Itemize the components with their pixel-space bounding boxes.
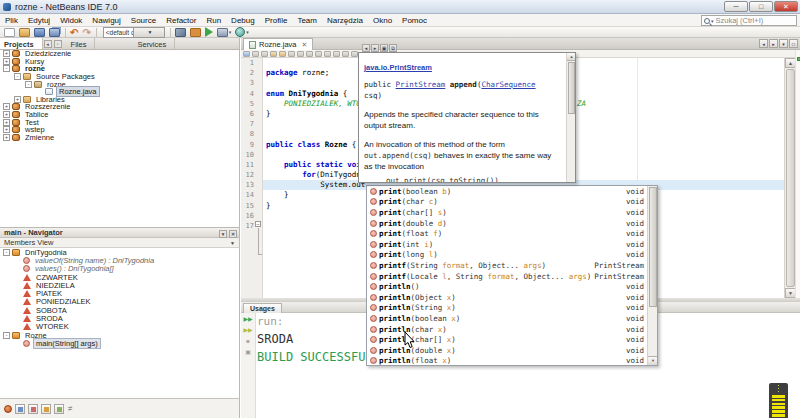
close-tab-icon[interactable]: ✕ [302,41,308,49]
navigator-options-icon[interactable] [4,405,12,413]
completion-item[interactable]: printf(String format, Object... args)Pri… [367,260,657,271]
redo-button[interactable]: ↷ [82,28,90,37]
tree-item[interactable]: -Source Packages [0,73,239,81]
completion-scrollbar[interactable]: ▼ [647,186,657,365]
menu-item-source[interactable]: Source [126,16,161,25]
save-button[interactable] [34,28,45,37]
type-link[interactable]: CharSequence [481,80,535,89]
tab-list-icon[interactable]: ▾ [779,39,788,48]
menu-item-run[interactable]: Run [201,16,226,25]
build-button[interactable] [175,28,186,37]
minimize-button[interactable]: ─ [724,1,748,12]
stop-icon[interactable]: ■ [244,337,253,346]
editor-tool-icon[interactable] [279,51,286,57]
scroll-right-icon[interactable]: ▸ [769,39,778,48]
editor-scrollbar[interactable]: ▲ ▼ [784,58,795,298]
forward-icon[interactable]: ▸ [371,44,379,52]
expand-icon[interactable]: + [3,111,10,118]
type-link[interactable]: PrintStream [396,80,446,89]
profile-button[interactable] [235,27,245,37]
scroll-up-icon[interactable]: ▲ [567,53,576,61]
rerun-icon[interactable]: ▶▶ [244,315,253,324]
tab-services[interactable]: Services [95,38,175,49]
chevron-down-icon[interactable]: ▾ [711,18,714,24]
rerun-alt-icon[interactable]: ▶▶ [244,326,253,335]
sort-alpha-button[interactable] [54,404,64,414]
save-all-button[interactable] [49,28,60,37]
expand-icon[interactable]: + [3,134,10,141]
new-file-button[interactable] [4,28,15,37]
expand-icon[interactable]: + [3,50,10,57]
fold-collapse-icon[interactable]: − [255,221,261,227]
close-button[interactable]: ✕ [774,1,798,12]
expand-icon[interactable]: + [14,96,21,103]
expand-icon[interactable]: + [3,119,10,126]
expand-icon[interactable]: + [3,126,10,133]
javadoc-scrollbar[interactable]: ▲ [566,53,575,182]
tree-item[interactable]: +Zmienne [0,134,239,142]
editor-tool-icon[interactable] [306,51,313,57]
scroll-left-icon[interactable]: ◂ [759,39,768,48]
maximize-button[interactable]: □ [749,1,773,12]
expand-icon[interactable]: + [3,58,10,65]
collapse-icon[interactable]: - [14,73,21,80]
completion-item[interactable]: print(double d)void [367,218,657,229]
close-window-icon[interactable]: ✕ [229,230,237,238]
editor-tool-icon[interactable] [297,51,304,57]
expand-icon[interactable]: + [3,103,10,110]
scroll-down-icon[interactable]: ▼ [648,356,658,365]
completion-item[interactable]: println(boolean x)void [367,313,657,324]
menu-item-debug[interactable]: Debug [226,16,260,25]
editor-tool-icon[interactable] [342,51,349,57]
chevron-down-icon[interactable]: ▼ [230,240,239,246]
show-in-browser-icon[interactable]: ▣ [380,44,388,52]
completion-item[interactable]: print(char c)void [367,197,657,208]
collapse-icon[interactable]: - [3,65,10,72]
editor-tool-icon[interactable] [324,51,331,57]
menu-item-profile[interactable]: Profile [260,16,293,25]
editor-tool-icon[interactable] [270,51,277,57]
search-input[interactable]: ▾ Szukaj (Ctrl+I) [701,15,797,26]
menu-item-pomoc[interactable]: Pomoc [397,16,432,25]
menu-item-edytuj[interactable]: Edytuj [23,16,55,25]
completion-item[interactable]: print(boolean b)void [367,186,657,197]
completion-item[interactable]: println(String x)void [367,303,657,314]
scrollbar-thumb[interactable] [649,187,657,307]
scrollbar-thumb[interactable] [786,69,795,287]
undo-button[interactable]: ↶ [70,28,78,37]
profile-dropdown-icon[interactable]: ▾ [246,29,249,35]
editor-tool-icon[interactable] [288,51,295,57]
editor-tool-icon[interactable] [243,51,250,57]
clear-icon[interactable]: ▣ [244,348,253,357]
completion-item[interactable]: printf(Locale l, String format, Object..… [367,271,657,282]
tab-files[interactable]: Files [67,38,96,49]
tab-projects[interactable]: Projects [0,38,43,49]
back-icon[interactable]: ◂ [362,44,370,52]
collapse-icon[interactable]: - [3,249,10,256]
tab-usages[interactable]: Usages [243,303,282,313]
menu-item-narzdzia[interactable]: Narzędzia [322,16,368,25]
open-project-button[interactable] [19,28,30,37]
completion-item[interactable]: print(int i)void [367,239,657,250]
editor-tool-icon[interactable] [252,51,259,57]
completion-item[interactable]: print(long l)void [367,250,657,261]
minimize-window-icon[interactable]: ▾ [219,230,227,238]
maximize-icon[interactable]: □ [789,39,798,48]
debug-dropdown-icon[interactable]: ▾ [229,29,232,35]
show-inherited-button[interactable] [15,404,25,414]
collapse-icon[interactable]: - [25,81,32,88]
editor-tool-icon[interactable] [351,51,358,57]
navigator-view-select[interactable]: Members View ▼ [0,238,240,248]
menu-item-okno[interactable]: Okno [368,16,397,25]
completion-item[interactable]: print(float f)void [367,228,657,239]
tab-rozne-java[interactable]: Rozne.java ✕ [243,38,313,50]
config-select[interactable]: <default config> ▼ [103,27,165,38]
copy-icon[interactable]: ⧉ [389,44,397,52]
menu-item-nawiguj[interactable]: Nawiguj [87,16,125,25]
menu-item-team[interactable]: Team [292,16,322,25]
editor-tool-icon[interactable] [261,51,268,57]
menu-item-refactor[interactable]: Refactor [161,16,201,25]
editor-tool-icon[interactable] [333,51,340,57]
editor-tool-icon[interactable] [315,51,322,57]
completion-item[interactable]: println(Object x)void [367,292,657,303]
